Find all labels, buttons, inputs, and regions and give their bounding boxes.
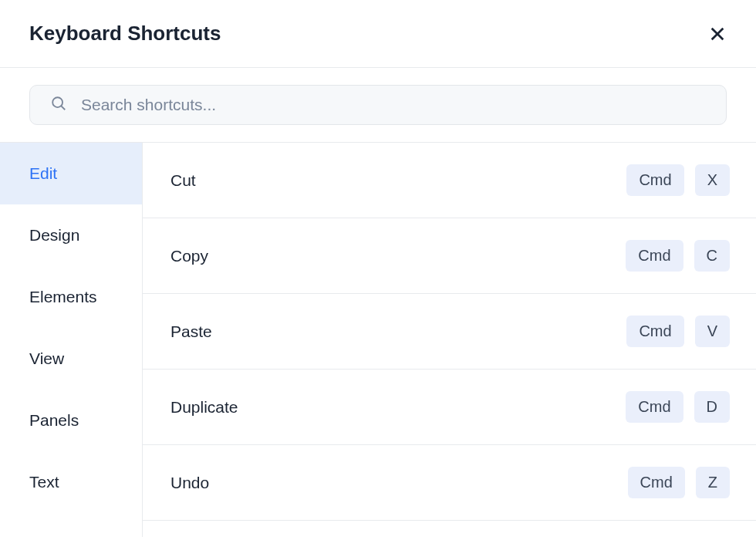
tab-design[interactable]: Design — [0, 204, 142, 266]
key-badge: Cmd — [626, 240, 683, 272]
key-badge: C — [694, 240, 730, 272]
shortcut-keys: Cmd D — [626, 391, 730, 423]
tab-panels[interactable]: Panels — [0, 390, 142, 451]
close-icon[interactable] — [708, 25, 727, 43]
tab-text[interactable]: Text — [0, 451, 142, 513]
key-badge: Cmd — [626, 164, 683, 196]
key-badge: Z — [696, 467, 730, 498]
shortcut-label: Copy — [170, 247, 208, 265]
shortcut-list: Cut Cmd X Copy Cmd C Paste Cmd V Duplica… — [143, 143, 756, 537]
shortcut-row: Paste Cmd V — [143, 294, 756, 370]
shortcut-label: Cut — [170, 171, 196, 190]
shortcut-row: Copy Cmd C — [143, 218, 756, 294]
key-badge: X — [695, 164, 730, 196]
tab-edit[interactable]: Edit — [0, 143, 142, 204]
shortcut-keys: Cmd X — [626, 164, 730, 196]
search-input[interactable] — [81, 96, 706, 114]
search-box[interactable] — [29, 85, 727, 125]
dialog-title: Keyboard Shortcuts — [29, 22, 221, 46]
dialog-body: Edit Design Elements View Panels Text Cu… — [0, 143, 756, 537]
tab-view[interactable]: View — [0, 328, 142, 390]
key-badge: D — [694, 391, 730, 423]
shortcut-keys: Cmd V — [626, 316, 730, 347]
key-badge: Cmd — [626, 316, 683, 347]
shortcut-keys: Cmd Z — [628, 467, 730, 498]
search-container — [0, 68, 756, 143]
dialog-header: Keyboard Shortcuts — [0, 0, 756, 68]
key-badge: Cmd — [626, 391, 683, 423]
key-badge: V — [695, 316, 730, 347]
shortcut-row: Duplicate Cmd D — [143, 370, 756, 445]
shortcut-label: Undo — [170, 474, 209, 492]
shortcut-row: Undo Cmd Z — [143, 445, 756, 521]
svg-point-2 — [52, 97, 62, 107]
shortcut-label: Paste — [170, 322, 212, 341]
svg-line-3 — [61, 106, 65, 110]
tab-elements[interactable]: Elements — [0, 266, 142, 328]
search-icon — [50, 95, 67, 115]
shortcut-row: Cut Cmd X — [143, 143, 756, 218]
sidebar: Edit Design Elements View Panels Text — [0, 143, 143, 537]
key-badge: Cmd — [628, 467, 685, 498]
shortcut-label: Duplicate — [170, 398, 238, 417]
shortcut-keys: Cmd C — [626, 240, 730, 272]
